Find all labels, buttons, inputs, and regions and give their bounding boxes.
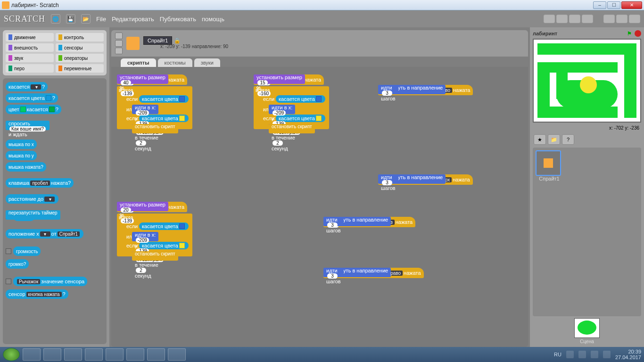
rotate-style-button[interactable]	[115, 33, 123, 39]
block-reset-timer[interactable]: перезапустить таймер	[6, 210, 60, 220]
tab-sounds[interactable]: звуки	[194, 58, 220, 67]
taskbar-app[interactable]	[85, 348, 103, 361]
window-titlebar: лабиринт- Scratch – ☐ ✕	[0, 0, 644, 10]
taskbar-app[interactable]	[106, 348, 124, 361]
save-icon[interactable]: 💾	[66, 14, 75, 24]
tool-cut-icon[interactable]	[556, 15, 568, 23]
palette-column: движениеконтрольвнешностьсенсорызвукопер…	[0, 27, 109, 347]
taskbar-app[interactable]	[168, 348, 186, 361]
view-small-icon[interactable]	[603, 15, 615, 23]
script-stack[interactable]: когда клавиша2нажата идти в x:-209y:-139…	[117, 201, 192, 257]
block-sensor-bool[interactable]: сенсоркнопка нажата?	[6, 289, 68, 299]
new-sprite-file-icon[interactable]: 📁	[548, 134, 560, 145]
script-stack[interactable]: когда клавишастрелка вверхнажата поверну…	[378, 173, 473, 186]
block-touching-color[interactable]: касается цвета?	[6, 93, 58, 103]
script-stack[interactable]: когда клавиша1нажата идти в x:-209y:-139…	[117, 74, 192, 130]
tool-grow-icon[interactable]	[569, 15, 580, 23]
rotate-style-button[interactable]	[115, 40, 123, 47]
tab-costumes[interactable]: костюмы	[158, 58, 192, 67]
taskbar-app[interactable]	[43, 348, 61, 361]
stop-icon[interactable]	[635, 30, 641, 37]
lock-icon[interactable]: 🔒	[174, 38, 181, 43]
tray-icon[interactable]	[578, 351, 586, 358]
view-large-icon[interactable]	[616, 15, 627, 23]
app-icon	[2, 1, 9, 9]
scratch-logo: SCRATCH	[4, 14, 45, 24]
block-mouse-down[interactable]: мышка нажата?	[6, 162, 46, 172]
block-key-pressed[interactable]: клавишапробелнажата?	[6, 178, 74, 188]
block-touching[interactable]: касается ▾?	[6, 82, 48, 91]
sprite-coords: x: -209 y: -139 направление: 90	[160, 44, 228, 49]
tray-icon[interactable]	[603, 351, 611, 358]
tool-shrink-icon[interactable]	[582, 15, 593, 23]
tray-time: 20:39	[615, 349, 641, 354]
green-flag-icon[interactable]: ⚑	[627, 31, 632, 37]
block-mouse-y[interactable]: мышка по y	[6, 151, 37, 160]
start-button[interactable]	[3, 348, 20, 361]
category-сенсоры[interactable]: сенсоры	[56, 43, 104, 52]
category-внешность[interactable]: внешность	[6, 43, 54, 52]
tab-scripts[interactable]: скрипты	[121, 58, 156, 67]
new-sprite-surprise-icon[interactable]: ?	[562, 134, 574, 145]
block-loud[interactable]: громко?	[6, 259, 29, 269]
sprite-header: Спрайт1 🔒 x: -209 y: -139 направление: 9…	[111, 30, 528, 57]
block-distance-to[interactable]: расстояние до ▾	[6, 194, 58, 204]
category-перо[interactable]: перо	[6, 64, 54, 73]
script-stack[interactable]: когда клавишастрелка направонажата повер…	[323, 267, 424, 279]
category-переменные[interactable]: переменные	[56, 64, 104, 73]
sprite-list: Спрайт1	[533, 148, 641, 316]
taskbar-app[interactable]	[126, 348, 144, 361]
menu-edit[interactable]: Редактировать	[112, 16, 154, 23]
menu-help[interactable]: помощь	[202, 16, 224, 23]
tray-icon[interactable]	[591, 351, 598, 358]
app-toolbar: SCRATCH 🌐 💾 📂 File Редактировать Публико…	[0, 10, 644, 27]
block-mouse-x[interactable]: мышка по x	[6, 140, 37, 149]
tray-date: 27.04.2017	[615, 354, 641, 360]
taskbar-app[interactable]	[64, 348, 82, 361]
stage-view[interactable]	[533, 39, 641, 123]
menu-file[interactable]: File	[96, 16, 106, 23]
block-loudness[interactable]: громкость	[13, 247, 41, 256]
stage-mouse-coords: x: -702 y: -236	[533, 124, 641, 132]
script-stack[interactable]: когда клавишастрелка влевонажата поверну…	[378, 84, 473, 96]
tool-stamp-icon[interactable]	[544, 15, 555, 23]
maze-drawing	[537, 43, 636, 118]
category-операторы[interactable]: операторы	[56, 54, 104, 62]
category-grid: движениеконтрольвнешностьсенсорызвукопер…	[3, 30, 107, 75]
category-контроль[interactable]: контроль	[56, 33, 104, 41]
project-title: лабиринт	[533, 31, 624, 36]
view-present-icon[interactable]	[629, 15, 640, 23]
block-ask[interactable]: спроситьКак ваше имя?и ждать	[6, 121, 50, 130]
rotate-style-button[interactable]	[115, 48, 123, 54]
stage-thumb[interactable]: Сцена	[533, 318, 641, 344]
windows-taskbar: RU 20:39 27.04.2017	[0, 347, 644, 362]
tray-lang[interactable]: RU	[554, 352, 561, 357]
script-stack[interactable]: когда клавишастрелка внизнажата повернут…	[323, 216, 415, 228]
sprite-thumb[interactable]: Спрайт1	[536, 150, 563, 181]
menu-publish[interactable]: Публиковать	[160, 16, 196, 23]
block-palette: касается ▾? касается цвета? цветкасается…	[3, 78, 107, 344]
block-color-touching[interactable]: цветкасается?	[6, 105, 61, 114]
block-sensor-value[interactable]: Рычажокзначение сенсора	[13, 277, 87, 286]
window-title: лабиринт- Scratch	[11, 2, 593, 8]
open-icon[interactable]: 📂	[81, 14, 91, 24]
monitor-checkbox[interactable]	[6, 279, 11, 284]
new-sprite-paint-icon[interactable]: ★	[534, 134, 546, 145]
globe-icon[interactable]: 🌐	[51, 14, 60, 24]
category-движение[interactable]: движение	[6, 33, 54, 41]
maximize-button[interactable]: ☐	[607, 1, 620, 9]
close-button[interactable]: ✕	[621, 1, 642, 9]
taskbar-app[interactable]	[147, 348, 165, 361]
category-звук[interactable]: звук	[6, 54, 54, 62]
sprite-thumbnail-icon	[126, 37, 140, 50]
block-position-of[interactable]: положение x▾отСпрайт1	[6, 229, 83, 239]
stage-column: лабиринт ⚑ x: -702 y: -236 ★	[530, 27, 644, 347]
monitor-checkbox[interactable]	[6, 248, 11, 254]
tray-icon[interactable]	[566, 351, 574, 358]
taskbar-app[interactable]	[23, 348, 41, 361]
script-stack[interactable]: когда клавиша3нажата идти в x:-219y:-160…	[254, 74, 329, 130]
scripts-canvas[interactable]: когда клавиша1нажата идти в x:-209y:-139…	[111, 67, 528, 347]
minimize-button[interactable]: –	[593, 1, 606, 9]
